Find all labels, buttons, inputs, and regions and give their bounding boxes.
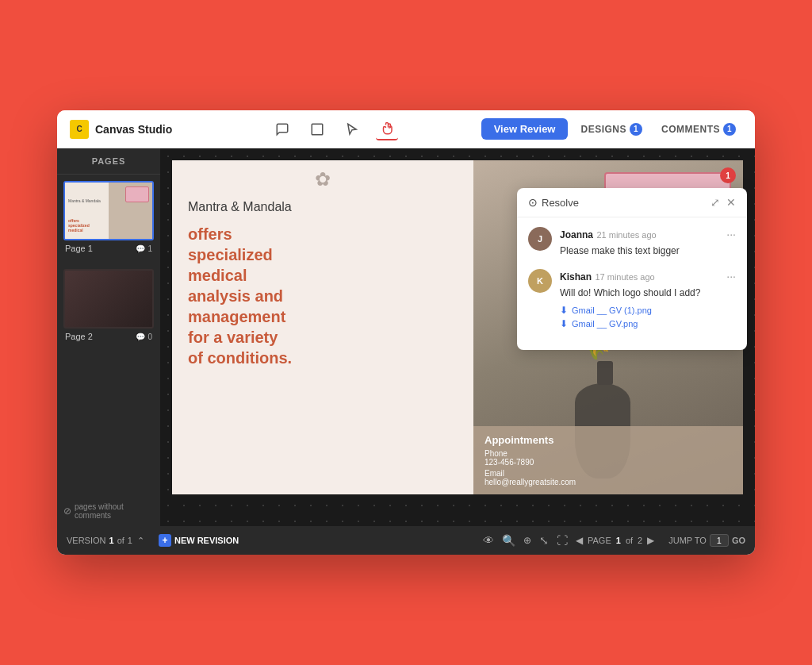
- design-body-text: offersspecializedmedicalanalysis andmana…: [188, 224, 458, 368]
- joanna-name: Joanna: [560, 229, 593, 240]
- header-actions: View Review DESIGNS 1 COMMENTS 1: [481, 118, 742, 140]
- design-title: Mantra & Mandala: [188, 200, 458, 214]
- header: C Canvas Studio: [57, 110, 755, 148]
- svg-rect-0: [312, 124, 323, 135]
- kishan-more-button[interactable]: ···: [726, 270, 736, 283]
- jump-to-input[interactable]: [710, 534, 729, 547]
- attachment-2[interactable]: ⬇ Gmail __ GV.png: [560, 318, 736, 329]
- jump-to: JUMP TO GO: [668, 534, 745, 547]
- bottom-bar: VERSION 1 of 1 ⌃ + NEW REVISION 👁 🔍 ⊕ ⤡ …: [57, 526, 755, 555]
- fit-icon[interactable]: ⤡: [539, 534, 549, 547]
- joanna-time: 21 minutes ago: [596, 230, 656, 240]
- kishan-avatar: K: [528, 269, 552, 293]
- joanna-meta: Joanna 21 minutes ago ···: [560, 227, 736, 241]
- comment-kishan: K Kishan 17 minutes ago ··· Will do! Whi: [528, 269, 736, 329]
- kishan-attachments: ⬇ Gmail __ GV (1).png ⬇ Gmail __ GV.png: [560, 305, 736, 329]
- designs-badge: 1: [630, 123, 642, 136]
- joanna-avatar: J: [528, 227, 552, 251]
- joanna-more-button[interactable]: ···: [726, 228, 736, 240]
- joanna-comment-content: Joanna 21 minutes ago ··· Please make th…: [560, 227, 736, 258]
- canvas-area[interactable]: ✿ Mantra & Mandala offersspecializedmedi…: [160, 148, 755, 526]
- page-1-thumbnail: Mantra & Mandala offersspecializedmedica…: [63, 181, 154, 240]
- comment-popup: ⊙ Resolve ⤢ ✕ J: [517, 188, 747, 350]
- vase-neck: [597, 361, 613, 385]
- resolve-icon: ⊙: [528, 196, 538, 209]
- zoom-out-icon[interactable]: 🔍: [502, 534, 515, 547]
- close-icon[interactable]: ✕: [726, 196, 736, 209]
- app-window: C Canvas Studio: [57, 110, 755, 555]
- design-left: ✿ Mantra & Mandala offersspecializedmedi…: [172, 160, 473, 494]
- page-2-label: Page 2: [65, 332, 93, 341]
- appointment-box: Appointments Phone 123-456-7890 Email he…: [473, 426, 743, 494]
- version-info: VERSION 1 of 1 ⌃: [67, 536, 144, 546]
- comments-tab[interactable]: COMMENTS 1: [655, 120, 742, 139]
- download-icon-2: ⬇: [560, 318, 568, 329]
- page-2-comment-count: 💬 0: [136, 332, 152, 341]
- comments-badge: 1: [723, 123, 736, 136]
- kishan-name: Kishan: [560, 271, 592, 283]
- new-revision-button[interactable]: + NEW REVISION: [159, 534, 239, 547]
- joanna-comment-text: Please make this text bigger: [560, 244, 736, 258]
- comment-tool-icon[interactable]: [271, 118, 293, 140]
- bar-tools: 👁 🔍 ⊕ ⤡ ⛶: [483, 534, 568, 547]
- comment-joanna: J Joanna 21 minutes ago ··· Please make …: [528, 227, 736, 258]
- view-review-button[interactable]: View Review: [481, 118, 569, 140]
- page-1-thumb[interactable]: Mantra & Mandala offersspecializedmedica…: [57, 175, 160, 263]
- page-1-label: Page 1: [65, 244, 93, 253]
- go-button[interactable]: GO: [732, 536, 745, 545]
- resolve-button[interactable]: ⊙ Resolve: [528, 196, 579, 209]
- main: PAGES Mantra & Mandala offersspecialized…: [57, 148, 755, 526]
- hand-tool-icon[interactable]: [376, 118, 398, 140]
- plus-icon: +: [159, 534, 171, 547]
- appointment-phone: Phone 123-456-7890: [485, 449, 732, 467]
- header-tools: [197, 118, 471, 140]
- kishan-comment-text: Will do! Which logo should I add?: [560, 286, 736, 300]
- select-tool-icon[interactable]: [306, 118, 328, 140]
- attachment-1[interactable]: ⬇ Gmail __ GV (1).png: [560, 305, 736, 316]
- appointment-title: Appointments: [485, 434, 732, 446]
- page-2-thumbnail: [63, 269, 154, 329]
- next-page-button[interactable]: ▶: [647, 535, 654, 546]
- pointer-tool-icon[interactable]: [341, 118, 363, 140]
- fullscreen-icon[interactable]: ⛶: [557, 534, 568, 547]
- app-title: Canvas Studio: [95, 123, 172, 136]
- expand-icon[interactable]: ⤢: [710, 196, 720, 209]
- eye-tool-icon[interactable]: 👁: [483, 534, 494, 547]
- prev-page-button[interactable]: ◀: [576, 535, 583, 546]
- designs-tab[interactable]: DESIGNS 1: [574, 120, 649, 139]
- pages-label: PAGES: [57, 148, 160, 175]
- appointment-email: Email hello@reallygreatsite.com: [485, 469, 732, 486]
- logo-area: C Canvas Studio: [70, 120, 172, 139]
- popup-actions: ⤢ ✕: [710, 196, 736, 209]
- kishan-meta: Kishan 17 minutes ago ···: [560, 269, 736, 283]
- page-1-comment-count: 💬 1: [136, 244, 152, 253]
- canvas-logo-icon: C: [70, 120, 89, 139]
- pages-without-comments[interactable]: ⊘ pages without comments: [57, 496, 160, 526]
- download-icon-1: ⬇: [560, 305, 568, 316]
- kishan-comment-content: Kishan 17 minutes ago ··· Will do! Which…: [560, 269, 736, 329]
- popup-header: ⊙ Resolve ⤢ ✕: [517, 188, 747, 217]
- sidebar: PAGES Mantra & Mandala offersspecialized…: [57, 148, 160, 526]
- kishan-time: 17 minutes ago: [595, 272, 654, 282]
- comment-badge: 1: [720, 167, 736, 183]
- zoom-in-icon[interactable]: ⊕: [523, 535, 531, 546]
- page-2-thumb[interactable]: Page 2 💬 0: [57, 263, 160, 351]
- floral-decoration: ✿: [315, 168, 331, 190]
- page-navigation: ◀ PAGE 1 of 2 ▶: [576, 535, 654, 546]
- comment-thread: J Joanna 21 minutes ago ··· Please make …: [517, 217, 747, 350]
